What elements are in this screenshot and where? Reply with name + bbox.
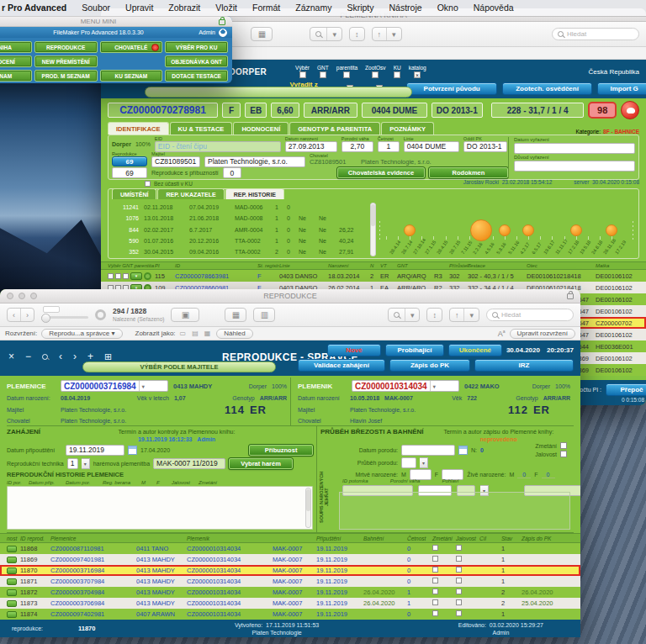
row-select-pill[interactable] (7, 546, 17, 552)
row-select-pill[interactable] (7, 611, 17, 618)
traffic-lights[interactable] (7, 293, 37, 299)
view-form-icon[interactable]: ▭ (180, 330, 188, 337)
pk-sort-control[interactable]: ↕ (349, 27, 365, 41)
validate-start-button[interactable]: Validace zahájení (298, 359, 385, 372)
out-reason-field[interactable] (514, 161, 635, 172)
preview-button[interactable]: Náhled (216, 329, 252, 339)
history-row[interactable]: 35230.04.201509.04.2016TTA-000220NeNe27,… (114, 247, 374, 257)
user-avatar-icon[interactable] (219, 29, 227, 37)
reprodukce-window[interactable]: REPRODUKCE ‹› 294 / 1828 Nalezené (Seřaz… (0, 289, 580, 637)
kinship-button[interactable]: Příbuznost (249, 445, 313, 456)
parity-field[interactable]: 1 (378, 141, 400, 152)
flag-checkbox[interactable] (372, 71, 379, 78)
course-field[interactable] (401, 457, 416, 468)
menubar-item[interactable]: Vložit (208, 0, 245, 16)
repro-table-row[interactable]: 11870CZ00000037169840413 MAHDYCZ00000103… (0, 565, 580, 576)
menubar-item[interactable]: Záznamy (288, 0, 339, 16)
abort-checkbox[interactable] (560, 442, 567, 449)
history-row[interactable]: 59001.07.201620.12.2016TTA-000210NeNe40,… (114, 235, 374, 245)
out-date-field[interactable] (514, 143, 635, 154)
show-hide-icon[interactable]: ▦ (251, 27, 273, 41)
pk-share-control[interactable]: ↑▾ (372, 27, 402, 41)
flag-checkbox[interactable] (320, 71, 326, 78)
row-select-pill[interactable] (7, 589, 17, 596)
weight-field[interactable]: 2,70 (342, 141, 373, 152)
table-row[interactable]: ▾115CZ0000078663981F0403 DANSO18.03.2014… (101, 270, 646, 282)
menubar-item[interactable]: Formát (245, 0, 288, 16)
show-hide-button[interactable]: ▦ (225, 308, 246, 322)
edit-layout-button[interactable]: Upravit rozvržení (510, 329, 575, 339)
history-row[interactable]: 107613.01.201821.06.2018MAD-000810NeNe (114, 213, 374, 223)
chevron-down-icon[interactable]: ▾ (420, 457, 428, 468)
harem-field[interactable]: MAK-0007 11/2019 (153, 458, 225, 469)
row-select-pill[interactable] (7, 578, 17, 585)
menubar-item[interactable]: Soubor (74, 0, 118, 16)
repro-table-row[interactable]: 11868CZ00000871109810411 TANOCZ000001031… (0, 543, 580, 554)
menubar-item[interactable]: Skripty (339, 0, 381, 16)
no-ku-checkbox[interactable] (145, 181, 151, 187)
menu-mini-titlebar[interactable]: MENU MINI (0, 16, 232, 27)
rp-find-control[interactable]: ▾ (388, 308, 421, 322)
kin-value-field[interactable]: 0 (223, 167, 241, 178)
row-checkbox[interactable] (432, 556, 438, 562)
scrollbar[interactable] (370, 203, 376, 256)
pk-selection-pill[interactable] (145, 87, 412, 98)
menu-mini-button[interactable]: REPRODUKCE (34, 41, 98, 53)
barren-checkbox[interactable] (560, 451, 567, 457)
row-checkbox[interactable] (432, 589, 438, 594)
tab-hodnocen-[interactable]: HODNOCENÍ (233, 122, 289, 135)
ram-id-combo[interactable]: CZ0000010314034▾ (352, 380, 459, 392)
rp-share-control[interactable]: ↑▾ (449, 308, 479, 322)
menu-mini-window[interactable]: MENU MINI FileMaker Pro Advanced 18.0.3.… (0, 16, 232, 83)
breeder-evidence-button[interactable]: Chovatelská evidence (337, 167, 425, 178)
row-checkbox[interactable] (456, 545, 462, 551)
pedigree-button[interactable]: Rodokmen (429, 167, 508, 178)
owner-filter-pill[interactable]: VÝBĚR PODLE MAJITELE (82, 362, 276, 372)
row-checkbox[interactable] (432, 578, 438, 583)
tab-identifikace[interactable]: IDENTIFIKACE (108, 122, 169, 135)
filter-running-button[interactable]: Probíhající (385, 344, 444, 356)
row-checkbox[interactable] (432, 610, 438, 616)
row-checkbox[interactable] (456, 556, 462, 562)
lamb-list-area[interactable] (339, 492, 570, 530)
filter-new-button[interactable]: Nové (327, 344, 381, 356)
line-field[interactable]: 0404 DUME (404, 141, 459, 152)
row-checkbox[interactable] (108, 273, 114, 279)
menubar-item[interactable]: Nápověda (466, 0, 522, 16)
flag-checkbox[interactable] (343, 71, 350, 78)
menu-mini-button[interactable]: CHOVATELÉ (100, 41, 163, 53)
new-record-button[interactable]: ▣ (171, 308, 199, 322)
format-text-icon[interactable]: Aa (498, 329, 506, 338)
row-select-pill[interactable] (7, 600, 17, 607)
row-checkbox[interactable] (432, 545, 438, 551)
row-select-pill[interactable] (7, 557, 17, 563)
flag-checkbox[interactable] (394, 71, 400, 78)
record-number-box[interactable] (43, 306, 60, 313)
animal-id[interactable]: CZ0000070278981 (108, 103, 218, 118)
owner-name-field[interactable]: Platen Technologie, s.r.o. (204, 156, 305, 167)
row-checkbox[interactable] (456, 599, 462, 605)
history-row[interactable]: 1124102.11.201807.04.2019MAD-000610 (114, 202, 374, 212)
ewe-id-combo[interactable]: CZ0000003716984▾ (61, 380, 168, 392)
irz-button[interactable]: IRZ (474, 359, 574, 372)
menu-mini-button[interactable]: Á KNIHA (0, 41, 32, 53)
menubar-item[interactable]: Nástroje (382, 0, 430, 16)
write-pk-button[interactable]: Zápis do PK (389, 359, 470, 372)
menu-mini-button[interactable]: OBJEDNÁVKA GNT (165, 55, 228, 67)
owner-id-field[interactable]: CZ81089501 (151, 156, 200, 167)
row-checkbox[interactable] (432, 599, 438, 605)
scrollbar[interactable] (305, 488, 311, 528)
mating-date-field[interactable]: 19.11.2019 (66, 445, 124, 456)
menu-mini-button[interactable]: DOTACE TESTACE (165, 70, 228, 82)
kin-count-field[interactable]: 69 (112, 167, 147, 178)
subtab-rep-ukazatele[interactable]: REP. UKAZATELE (157, 188, 224, 199)
repro-history-list[interactable] (7, 486, 313, 530)
flag-checkbox[interactable]: × (414, 71, 421, 78)
repro-table-row[interactable]: 11869CZ00000974019810413 MAHDYCZ00000103… (0, 554, 580, 565)
pk-search-input[interactable]: Hledat (552, 28, 639, 40)
menubar-item[interactable]: r Pro Advanced (0, 0, 74, 16)
row-select-pill[interactable] (7, 567, 17, 574)
view-list-icon[interactable]: ▤ (192, 330, 200, 337)
record-slider[interactable] (41, 316, 88, 319)
rp-sort-control[interactable]: ↕ (426, 308, 442, 322)
